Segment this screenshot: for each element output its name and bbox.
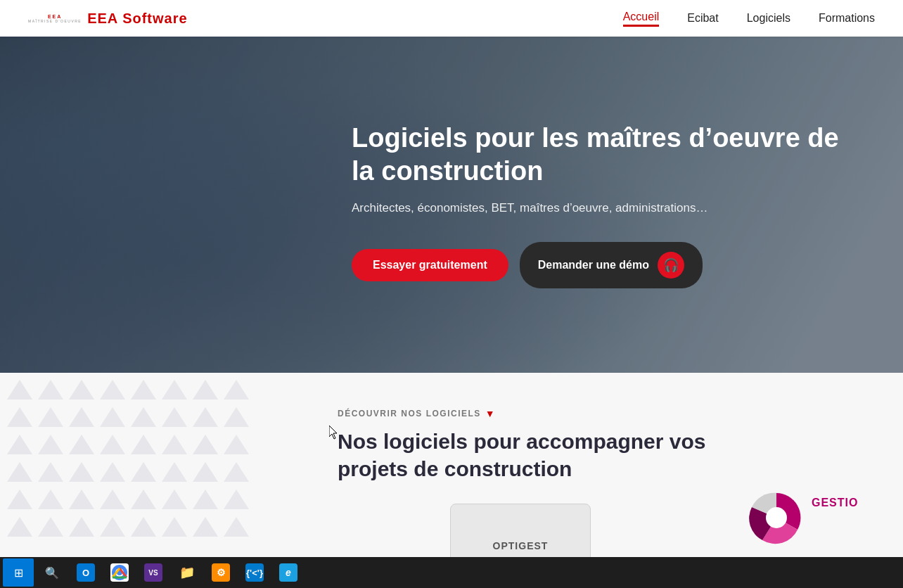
nav-item-formations[interactable]: Formations [819, 12, 875, 25]
chrome-icon [110, 563, 129, 582]
hero-subtitle: Architectes, économistes, BET, maîtres d… [352, 201, 861, 215]
tag-arrow-icon: ▼ [485, 408, 496, 419]
section-tag-text: DÉCOUVRIR NOS LOGICIELS [338, 409, 481, 418]
vscode-icon: {'<'} [245, 563, 264, 582]
nav-link-formations[interactable]: Formations [819, 12, 875, 24]
logo[interactable]: EEA MAÎTRISE D'OEUVRE EEA Software [28, 11, 188, 27]
chrome-button[interactable] [104, 558, 135, 587]
hero-title: Logiciels pour les maîtres d’oeuvre de l… [352, 122, 861, 188]
nav-item-logiciels[interactable]: Logiciels [747, 12, 790, 25]
visual-studio-button[interactable]: VS [138, 558, 169, 587]
section-content: DÉCOUVRIR NOS LOGICIELS ▼ Nos logiciels … [0, 373, 903, 588]
hero-content: Logiciels pour les maîtres d’oeuvre de l… [0, 37, 903, 373]
navbar: EEA MAÎTRISE D'OEUVRE EEA Software Accue… [0, 0, 903, 37]
windows-start-button[interactable]: ⊞ [3, 558, 34, 587]
logo-top: EEA [48, 14, 62, 19]
nav-item-accueil[interactable]: Accueil [623, 11, 660, 27]
section-left: DÉCOUVRIR NOS LOGICIELS ▼ Nos logiciels … [338, 408, 875, 482]
nav-item-ecibat[interactable]: Ecibat [687, 12, 718, 25]
devtools-icon: ⚙ [212, 563, 230, 582]
folder-icon: 📁 [179, 565, 195, 580]
nav-link-accueil[interactable]: Accueil [623, 11, 660, 23]
section-title: Nos logiciels pour accompagner vos proje… [338, 428, 774, 482]
nav-menu: Accueil Ecibat Logiciels Formations [623, 11, 875, 27]
devtools-button[interactable]: ⚙ [205, 558, 236, 587]
vscode-button[interactable]: {'<'} [239, 558, 270, 587]
search-icon: 🔍 [45, 566, 59, 580]
nav-link-logiciels[interactable]: Logiciels [747, 12, 790, 24]
search-button[interactable]: 🔍 [37, 558, 68, 587]
ie-button[interactable]: e [273, 558, 304, 587]
logo-text: EEA Software [87, 11, 187, 27]
section-tag: DÉCOUVRIR NOS LOGICIELS ▼ [338, 408, 875, 419]
outlook-button[interactable]: O [70, 558, 101, 587]
logo-mark: EEA MAÎTRISE D'OEUVRE [28, 14, 82, 23]
demo-button[interactable]: Demander une démo 🎧 [520, 242, 703, 288]
try-free-button[interactable]: Essayer gratuitement [352, 249, 508, 281]
demo-button-label: Demander une démo [538, 259, 649, 271]
outlook-icon: O [77, 563, 95, 582]
taskbar: ⊞ 🔍 O VS 📁 ⚙ {'<'} e [0, 557, 903, 588]
folder-button[interactable]: 📁 [172, 558, 203, 587]
demo-icon: 🎧 [658, 252, 684, 279]
hero-buttons: Essayer gratuitement Demander une démo 🎧 [352, 242, 861, 288]
windows-icon: ⊞ [14, 566, 23, 580]
visual-studio-icon: VS [144, 563, 162, 582]
logiciels-section: DÉCOUVRIR NOS LOGICIELS ▼ Nos logiciels … [0, 373, 903, 588]
nav-link-ecibat[interactable]: Ecibat [687, 12, 718, 24]
ie-icon: e [279, 563, 297, 582]
hero-section: Logiciels pour les maîtres d’oeuvre de l… [0, 0, 903, 373]
logo-sub: MAÎTRISE D'OEUVRE [28, 19, 82, 23]
